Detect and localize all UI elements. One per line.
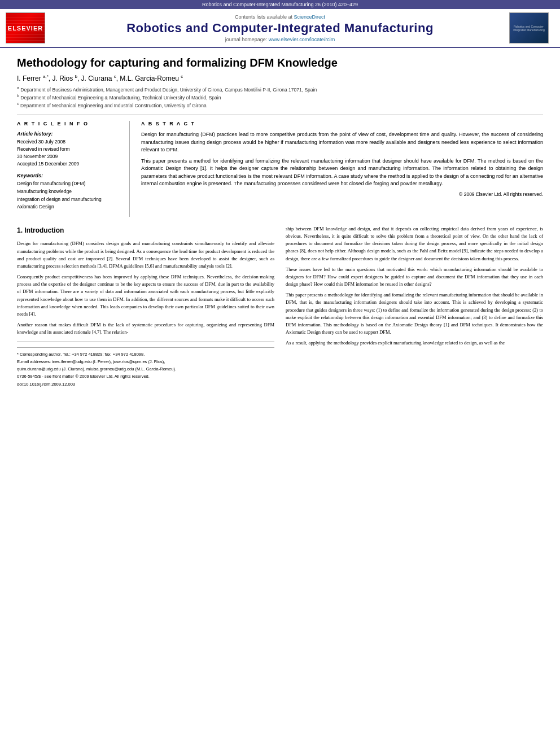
article-info-col: A R T I C L E I N F O Article history: R… bbox=[17, 121, 130, 216]
article-history-block: Article history: Received 30 July 2008 R… bbox=[17, 131, 123, 167]
intro-para-2: Consequently product competitiveness has… bbox=[17, 273, 274, 318]
intro-right-para-4: As a result, applying the methodology pr… bbox=[286, 339, 543, 347]
top-bar: Robotics and Computer-Integrated Manufac… bbox=[0, 0, 560, 9]
affiliation-b: b Department of Mechanical Engineering &… bbox=[17, 94, 543, 101]
journal-header: ELSEVIER Contents lists available at Sci… bbox=[0, 9, 560, 48]
article-info-heading: A R T I C L E I N F O bbox=[17, 121, 123, 126]
body-content: 1. Introduction Design for manufacturing… bbox=[17, 225, 543, 388]
abstract-text: Design for manufacturing (DFM) practices… bbox=[141, 131, 543, 188]
footnote-1: * Corresponding author. Tel.: +34 972 41… bbox=[17, 351, 274, 357]
copyright-line: © 2009 Elsevier Ltd. All rights reserved… bbox=[141, 191, 543, 197]
intro-right-para-3: This paper presents a methodology for id… bbox=[286, 291, 543, 336]
affiliation-c: c Department of Mechanical Engineering a… bbox=[17, 102, 543, 108]
authors-text: I. Ferrer a,*, J. Rios b, J. Ciurana c, … bbox=[17, 75, 183, 82]
intro-para-1: Design for manufacturing (DFM) considers… bbox=[17, 240, 274, 270]
intro-right-para-1: ship between DFM knowledge and design, a… bbox=[286, 225, 543, 263]
elsevier-logo-text: ELSEVIER bbox=[8, 25, 43, 32]
footnote-divider bbox=[17, 341, 274, 342]
journal-center: Contents lists available at ScienceDirec… bbox=[51, 14, 509, 42]
journal-title: Robotics and Computer-Integrated Manufac… bbox=[51, 21, 509, 36]
intro-right-para-2: These issues have led to the main questi… bbox=[286, 266, 543, 289]
footnote-4: 0736-5845/$ - see front matter © 2009 El… bbox=[17, 373, 274, 379]
article-history-label: Article history: bbox=[17, 131, 123, 137]
body-right-col: ship between DFM knowledge and design, a… bbox=[286, 225, 543, 388]
abstract-para-1: Design for manufacturing (DFM) practices… bbox=[141, 131, 543, 154]
keywords-text: Design for manufacturing (DFM) Manufactu… bbox=[17, 180, 123, 211]
footnote-2: E-mail addresses: ines.iferrer@udg.edu (… bbox=[17, 359, 274, 365]
sciencedirect-link[interactable]: ScienceDirect bbox=[294, 14, 326, 20]
keywords-block: Keywords: Design for manufacturing (DFM)… bbox=[17, 173, 123, 211]
journal-homepage-line: journal homepage: www.elsevier.com/locat… bbox=[51, 37, 509, 42]
info-abstract-section: A R T I C L E I N F O Article history: R… bbox=[17, 115, 543, 216]
footnote-3: quim.ciurana@udg.edu (J. Ciurana), mluis… bbox=[17, 366, 274, 372]
journal-cover: Robotics and Computer-Integrated Manufac… bbox=[509, 12, 554, 43]
intro-para-3: Another reason that makes difficult DFM … bbox=[17, 321, 274, 336]
footnote-5: doi:10.1016/j.rcim.2009.12.003 bbox=[17, 381, 274, 387]
abstract-heading: A B S T R A C T bbox=[141, 121, 543, 126]
elsevier-logo-area: ELSEVIER bbox=[6, 12, 51, 43]
elsevier-logo: ELSEVIER bbox=[6, 12, 45, 43]
main-content: Methodology for capturing and formalizin… bbox=[0, 48, 560, 397]
abstract-col: A B S T R A C T Design for manufacturing… bbox=[141, 121, 543, 216]
body-left-col: 1. Introduction Design for manufacturing… bbox=[17, 225, 274, 388]
abstract-para-2: This paper presents a method for identif… bbox=[141, 158, 543, 188]
journal-citation: Robotics and Computer-Integrated Manufac… bbox=[202, 2, 358, 7]
affiliations: a Department of Business Administration,… bbox=[17, 86, 543, 108]
keywords-label: Keywords: bbox=[17, 173, 123, 178]
affiliation-a: a Department of Business Administration,… bbox=[17, 86, 543, 93]
authors-line: I. Ferrer a,*, J. Rios b, J. Ciurana c, … bbox=[17, 74, 543, 82]
article-title: Methodology for capturing and formalizin… bbox=[17, 56, 543, 69]
sciencedirect-line: Contents lists available at ScienceDirec… bbox=[51, 14, 509, 20]
journal-cover-image: Robotics and Computer-Integrated Manufac… bbox=[509, 12, 549, 43]
article-history-text: Received 30 July 2008 Received in revise… bbox=[17, 138, 123, 167]
journal-homepage-link[interactable]: www.elsevier.com/locate/rcim bbox=[269, 37, 335, 42]
intro-section-title: 1. Introduction bbox=[17, 225, 274, 236]
footnotes: * Corresponding author. Tel.: +34 972 41… bbox=[17, 347, 274, 387]
